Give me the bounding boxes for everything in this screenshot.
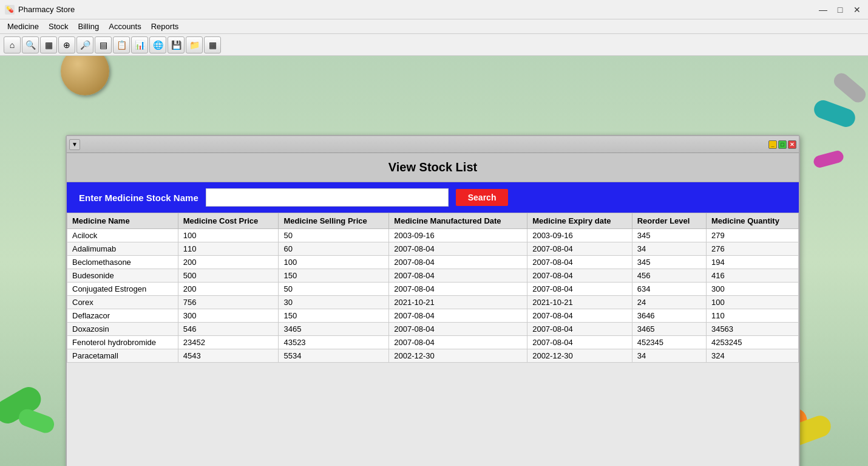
table-header-row: Medicine Name Medicine Cost Price Medici…	[67, 213, 799, 229]
app-icon: 💊	[5, 5, 15, 15]
search-button[interactable]: Search	[456, 189, 509, 206]
table-cell: Budesonide	[67, 269, 178, 283]
window-collapse-button[interactable]: ▼	[69, 139, 80, 150]
table-cell: 279	[706, 229, 798, 242]
main-window: ▼ _ □ ✕ View Stock List Enter Medicine S…	[66, 135, 800, 466]
table-cell: Fenoterol hydrobromide	[67, 336, 178, 349]
table-cell: 34	[632, 349, 706, 363]
toolbar-btn-table[interactable]: ▦	[204, 36, 221, 53]
table-cell: 2007-08-04	[527, 323, 632, 336]
table-cell: 416	[706, 269, 798, 283]
col-quantity: Medicine Quantity	[706, 213, 798, 229]
table-cell: 60	[279, 242, 389, 256]
table-cell: 3465	[279, 323, 389, 336]
toolbar-btn-grid[interactable]: ▦	[40, 36, 57, 53]
toolbar-btn-zoom[interactable]: 🔎	[76, 36, 93, 53]
table-cell: 2021-10-21	[527, 296, 632, 309]
table-cell: Doxazosin	[67, 323, 178, 336]
table-cell: 500	[178, 269, 279, 283]
table-cell: Deflazacor	[67, 309, 178, 323]
window-minimize-button[interactable]: _	[768, 140, 777, 149]
table-cell: 634	[632, 283, 706, 296]
table-cell: 2007-08-04	[389, 242, 527, 256]
table-cell: 2007-08-04	[527, 269, 632, 283]
table-cell: 100	[178, 229, 279, 242]
toolbar-btn-list[interactable]: ▤	[95, 36, 112, 53]
maximize-button[interactable]: □	[834, 4, 846, 16]
table-row: Fenoterol hydrobromide23452435232007-08-…	[67, 336, 799, 349]
toolbar-btn-search[interactable]: 🔍	[22, 36, 39, 53]
table-cell: 345	[632, 229, 706, 242]
table-cell: 2007-08-04	[389, 283, 527, 296]
stock-table: Medicine Name Medicine Cost Price Medici…	[67, 213, 799, 363]
table-cell: Conjugated Estrogen	[67, 283, 178, 296]
menu-accounts[interactable]: Accounts	[104, 21, 146, 32]
title-bar: 💊 Pharmacy Store — □ ✕	[0, 0, 868, 19]
menu-medicine[interactable]: Medicine	[2, 21, 44, 32]
table-cell: Adalimumab	[67, 242, 178, 256]
toolbar: ⌂ 🔍 ▦ ⊕ 🔎 ▤ 📋 📊 🌐 💾 📁 ▦	[0, 34, 868, 56]
pill-decoration	[812, 98, 858, 129]
avatar	[61, 56, 109, 95]
table-cell: 43523	[279, 336, 389, 349]
toolbar-btn-home[interactable]: ⌂	[4, 36, 21, 53]
table-cell: 100	[706, 296, 798, 309]
table-cell: 2002-12-30	[389, 349, 527, 363]
table-cell: 300	[178, 309, 279, 323]
pill-decoration	[831, 70, 868, 106]
table-cell: 50	[279, 283, 389, 296]
table-cell: 110	[178, 242, 279, 256]
table-cell: 200	[178, 256, 279, 269]
window-maximize-button[interactable]: □	[778, 140, 787, 149]
menu-billing[interactable]: Billing	[73, 21, 104, 32]
table-cell: 324	[706, 349, 798, 363]
close-button[interactable]: ✕	[851, 4, 863, 16]
toolbar-btn-chart[interactable]: 📊	[131, 36, 148, 53]
table-cell: Paracetamall	[67, 349, 178, 363]
table-cell: 3465	[632, 323, 706, 336]
toolbar-btn-add[interactable]: ⊕	[58, 36, 75, 53]
search-input[interactable]	[206, 188, 449, 207]
table-cell: 3646	[632, 309, 706, 323]
table-cell: 456	[632, 269, 706, 283]
col-medicine-name: Medicine Name	[67, 213, 178, 229]
table-row: Doxazosin54634652007-08-042007-08-043465…	[67, 323, 799, 336]
table-row: Deflazacor3001502007-08-042007-08-043646…	[67, 309, 799, 323]
table-cell: 2007-08-04	[527, 242, 632, 256]
table-cell: 2007-08-04	[527, 256, 632, 269]
table-cell: 5534	[279, 349, 389, 363]
table-cell: 23452	[178, 336, 279, 349]
toolbar-btn-globe[interactable]: 🌐	[149, 36, 166, 53]
table-cell: 150	[279, 269, 389, 283]
table-row: Paracetamall454355342002-12-302002-12-30…	[67, 349, 799, 363]
search-bar: Enter Medicine Stock Name Search	[67, 182, 799, 213]
col-manufactured-date: Medicine Manufactured Date	[389, 213, 527, 229]
table-row: Beclomethasone2001002007-08-042007-08-04…	[67, 256, 799, 269]
table-cell: 2007-08-04	[389, 269, 527, 283]
menu-reports[interactable]: Reports	[146, 21, 184, 32]
table-cell: 2007-08-04	[527, 309, 632, 323]
table-cell: 2003-09-16	[389, 229, 527, 242]
table-cell: 300	[706, 283, 798, 296]
menu-stock[interactable]: Stock	[44, 21, 73, 32]
table-row: Adalimumab110602007-08-042007-08-0434276	[67, 242, 799, 256]
window-content: View Stock List Enter Medicine Stock Nam…	[67, 153, 799, 363]
table-cell: 4543	[178, 349, 279, 363]
menu-bar: Medicine Stock Billing Accounts Reports	[0, 19, 868, 34]
table-cell: 24	[632, 296, 706, 309]
table-cell: 2003-09-16	[527, 229, 632, 242]
toolbar-btn-save[interactable]: 💾	[168, 36, 185, 53]
table-cell: 2007-08-04	[389, 309, 527, 323]
toolbar-btn-folder[interactable]: 📁	[186, 36, 203, 53]
minimize-button[interactable]: —	[817, 4, 829, 16]
window-close-button[interactable]: ✕	[788, 140, 796, 149]
table-cell: 150	[279, 309, 389, 323]
window-title-bar: ▼ _ □ ✕	[67, 136, 799, 153]
page-title-bar: View Stock List	[67, 153, 799, 182]
toolbar-btn-clipboard[interactable]: 📋	[113, 36, 130, 53]
table-cell: 194	[706, 256, 798, 269]
col-expiry-date: Medicine Expiry date	[527, 213, 632, 229]
table-cell: 452345	[632, 336, 706, 349]
col-reorder-level: Reorder Level	[632, 213, 706, 229]
search-label: Enter Medicine Stock Name	[79, 193, 198, 203]
